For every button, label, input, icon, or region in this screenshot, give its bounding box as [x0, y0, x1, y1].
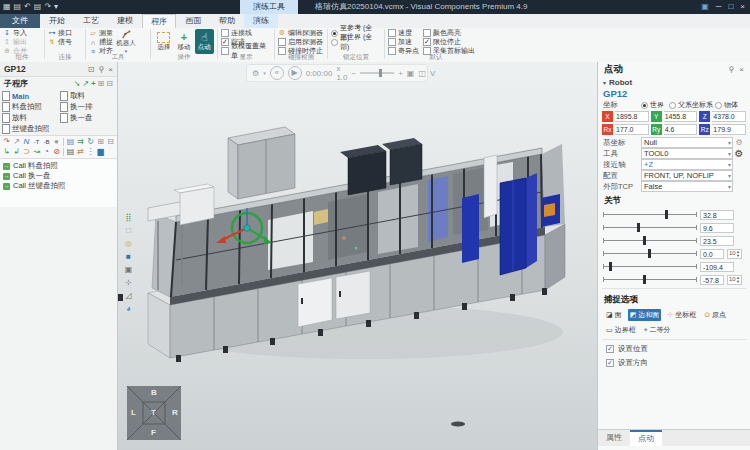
subprogram-item[interactable]: 换一排 — [60, 102, 116, 112]
tab-properties[interactable]: 属性 — [598, 430, 630, 446]
path-statement-icon[interactable]: ⊃ — [22, 147, 31, 157]
save-icon[interactable]: ▤ — [14, 0, 22, 14]
window-icon[interactable]: ⊡ — [88, 65, 95, 74]
grasp-statement-icon[interactable]: ⇉ — [76, 137, 85, 147]
radio-world[interactable] — [641, 102, 648, 109]
checkbox-acceleration[interactable]: 加速 — [388, 38, 419, 46]
measure-tool-icon[interactable]: ◿ — [121, 290, 136, 301]
radio-at-world[interactable]: 至世界 (全部) — [331, 38, 381, 46]
halt-statement-icon[interactable]: ● — [52, 137, 61, 147]
snap-origin-button[interactable]: ⊙原点 — [702, 309, 728, 321]
close-icon[interactable]: × — [739, 65, 744, 74]
collapse-caret-icon[interactable]: ▾ — [603, 79, 606, 86]
point-statement-icon[interactable]: N — [22, 137, 31, 147]
signal-button[interactable]: ↯信号 — [48, 38, 82, 46]
compass-front[interactable]: F — [151, 428, 156, 437]
base-select[interactable]: Null▾ — [641, 137, 733, 148]
joint-value-field[interactable]: -57.8 — [700, 275, 724, 285]
record-icon[interactable]: ◫ — [418, 69, 426, 78]
joint-step-spinner[interactable]: 10▲▼ — [727, 275, 742, 285]
app-icon[interactable]: ▦ — [3, 0, 11, 14]
view-compass[interactable]: B L R F T — [127, 386, 181, 440]
approach-axis-select[interactable]: +Z▾ — [641, 159, 733, 170]
save-all-icon[interactable]: ▤ — [34, 0, 42, 14]
slider-handle[interactable] — [379, 69, 382, 77]
base-statement-icon[interactable]: -B — [42, 137, 51, 147]
joint-slider[interactable] — [603, 208, 697, 221]
speed-plus-icon[interactable]: + — [398, 69, 403, 78]
if-statement-icon[interactable]: ↳ — [2, 147, 11, 157]
tool-gear-icon[interactable]: ⚙ — [733, 148, 745, 159]
tool-select[interactable]: TOOL0▾ — [641, 148, 733, 159]
joint-step-spinner[interactable]: 10▲▼ — [727, 249, 742, 259]
maximize-icon[interactable]: □ — [728, 0, 733, 14]
tab-drawing[interactable]: 画面 — [176, 14, 210, 28]
pin-icon[interactable]: ⚲ — [728, 65, 734, 74]
highlight-select-icon[interactable]: ◎ — [121, 238, 136, 249]
settings-gear-icon[interactable]: ⚙ — [252, 69, 259, 78]
measure-button[interactable]: ▱测量 — [89, 29, 113, 37]
rz-value-field[interactable]: 179.9 — [712, 124, 746, 135]
compass-right[interactable]: R — [172, 408, 178, 417]
statement-call[interactable]: →Call 换一盘 — [3, 171, 114, 181]
joint-value-field[interactable]: 32.8 — [700, 210, 734, 220]
compass-back[interactable]: B — [151, 388, 157, 397]
lin-motion-icon[interactable]: ↗ — [12, 137, 21, 147]
machine-model[interactable] — [118, 62, 597, 450]
base-gear-icon[interactable]: ⚙ — [733, 138, 745, 147]
call-statement-icon[interactable]: ↝ — [32, 147, 41, 157]
ptp-motion-icon[interactable]: ↷ — [2, 137, 11, 147]
set-orientation-checkbox[interactable]: ✓设置方向 — [598, 356, 750, 370]
marquee-select-icon[interactable]: □ — [121, 225, 136, 236]
export-button[interactable]: ↥输出 — [3, 38, 41, 46]
tab-program[interactable]: 程序 — [142, 14, 176, 28]
tab-help[interactable]: 帮助 — [210, 14, 244, 28]
play-simulation-button[interactable]: ▶ — [288, 66, 302, 80]
chart-statement-icon[interactable]: ▆ — [96, 147, 105, 157]
compass-left[interactable]: L — [131, 408, 136, 417]
snap-frame-button[interactable]: ⊹坐标框 — [665, 309, 698, 321]
subprogram-item[interactable]: 取料 — [60, 91, 116, 101]
checkbox-speed[interactable]: 速度 — [388, 29, 419, 37]
robot-button[interactable]: 机器人▾ — [115, 29, 137, 54]
compass-top[interactable]: T — [151, 408, 156, 417]
tab-process[interactable]: 工艺 — [74, 14, 108, 28]
checkbox-detectors-active[interactable]: 启用探测器 — [278, 38, 324, 46]
select-group-icon[interactable]: ⣿ — [121, 212, 136, 223]
stop-statement-icon[interactable]: ⊘ — [52, 147, 61, 157]
undo-icon[interactable]: ↶ — [24, 0, 31, 14]
import-button[interactable]: ↧导入 — [3, 29, 41, 37]
while-statement-icon[interactable]: ↲ — [12, 147, 21, 157]
fill-select-icon[interactable]: ■ — [121, 251, 136, 262]
snap-edge-face-button[interactable]: ◩边和面 — [628, 309, 662, 321]
subprogram-item[interactable]: 料盘拍照 — [2, 102, 60, 112]
z-value-field[interactable]: 4378.0 — [712, 111, 746, 122]
configuration-select[interactable]: FRONT, UP, NOFLIP▾ — [641, 170, 733, 181]
tab-jog[interactable]: 点动 — [630, 430, 662, 446]
jump-out-icon[interactable]: ↗ — [82, 79, 89, 88]
robot-name[interactable]: GP12 — [603, 88, 627, 99]
x-value-field[interactable]: 1895.8 — [615, 111, 649, 122]
snap-button[interactable]: ∩捕捉 — [89, 38, 113, 46]
rx-value-field[interactable]: 177.0 — [615, 124, 649, 135]
swap-statement-icon[interactable]: ⇄ — [76, 147, 85, 157]
frame-tool-icon[interactable]: ⊹ — [121, 277, 136, 288]
joint-slider[interactable] — [603, 234, 697, 247]
external-tcp-select[interactable]: False▾ — [641, 181, 733, 192]
release-statement-icon[interactable]: ↻ — [86, 137, 95, 147]
tab-modeling[interactable]: 建模 — [108, 14, 142, 28]
close-icon[interactable]: × — [740, 0, 745, 14]
joint-slider[interactable] — [603, 247, 697, 260]
joint-slider[interactable] — [603, 221, 697, 234]
set-position-checkbox[interactable]: ✓设置位置 — [598, 342, 750, 356]
radio-object[interactable] — [715, 102, 722, 109]
viewport-3d[interactable]: ⚙ ▾ « ▶ 0:00:00 x 1.0 − + ▣ ◫ V ⣿ □ ◎ ■ … — [118, 62, 597, 450]
radio-parent[interactable] — [669, 102, 676, 109]
paste-statement-icon[interactable]: ⊟ — [106, 137, 115, 147]
speed-minus-icon[interactable]: − — [352, 69, 357, 78]
redo-icon[interactable]: ↷ — [44, 0, 51, 14]
more-statements-icon[interactable]: ⋮ — [86, 147, 95, 157]
subprogram-item-main[interactable]: Main — [2, 91, 60, 101]
view-preset-icon[interactable]: ▣ — [121, 264, 136, 275]
pin-icon[interactable]: ⚲ — [98, 65, 104, 74]
